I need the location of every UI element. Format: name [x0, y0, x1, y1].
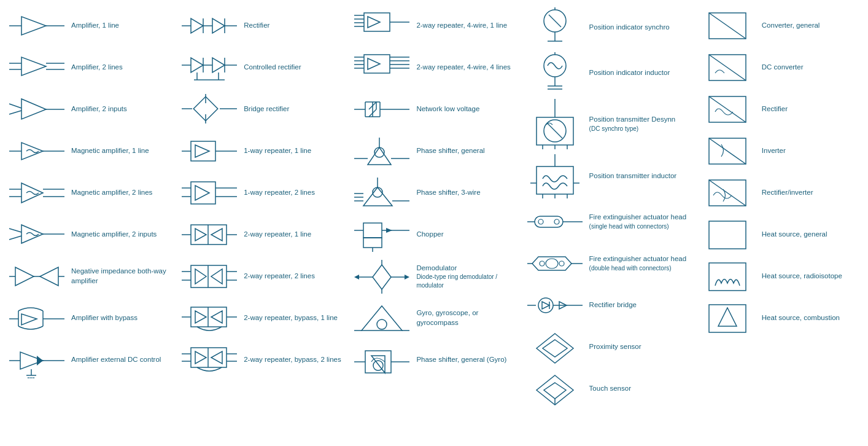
item-postransinductor: Position transmitter inductor: [521, 152, 693, 201]
svg-marker-42: [191, 18, 203, 33]
symbol-magamp2lines: [6, 179, 68, 207]
item-oneway1line: 1-way repeater, 1 line: [175, 130, 347, 172]
label-phase3wire: Phase shifter, 3-wire: [413, 188, 516, 198]
item-inverter: Inverter: [693, 130, 866, 172]
column-2: Rectifier Controlled rectifier: [175, 5, 347, 410]
item-rep4w4l: 2-way repeater, 4-wire, 4 lines: [347, 47, 520, 88]
symbol-twoway2lines: [179, 260, 240, 292]
svg-rect-188: [535, 216, 563, 227]
symbol-rep4w1l: [351, 9, 413, 43]
label-magamp2inputs: Magnetic amplifier, 2 inputs: [68, 230, 171, 240]
svg-marker-1: [21, 17, 46, 35]
svg-marker-25: [15, 267, 34, 286]
symbol-rect5: [697, 93, 758, 125]
symbol-postransdesynn: [524, 99, 586, 149]
label-gyro: Gyro, gyroscope, or gyrocompass: [413, 308, 516, 327]
svg-line-21: [9, 236, 21, 240]
symbol-phasegen: [351, 135, 413, 167]
item-rep4w1l: 2-way repeater, 4-wire, 1 line: [347, 5, 520, 47]
svg-point-155: [377, 319, 387, 329]
symbol-bridgerect: [179, 94, 240, 125]
symbol-amp1: [6, 14, 68, 38]
svg-marker-152: [354, 275, 359, 280]
symbol-ampextdc: [6, 343, 68, 377]
svg-rect-142: [363, 238, 382, 248]
svg-marker-136: [363, 187, 392, 206]
svg-line-175: [548, 123, 562, 138]
item-dcconverter: DC converter: [693, 47, 866, 88]
svg-point-194: [540, 261, 544, 266]
item-demod: Demodulator Diode-type ring demodulator …: [347, 256, 520, 297]
label-touchsensor: Touch sensor: [586, 384, 689, 394]
svg-marker-205: [543, 340, 567, 357]
symbol-rectifier: [179, 14, 240, 38]
svg-rect-64: [191, 141, 215, 161]
svg-marker-83: [195, 269, 206, 284]
symbol-amp2lines: [6, 54, 68, 82]
svg-point-191: [554, 219, 559, 224]
svg-point-196: [546, 259, 558, 268]
symbol-heatsourcecomb: [697, 302, 758, 335]
svg-line-20: [9, 229, 21, 232]
item-amp2lines: Amplifier, 2 lines: [2, 47, 175, 88]
item-touchsensor: Touch sensor: [521, 368, 693, 410]
item-amp1: Amplifier, 1 line: [2, 5, 175, 47]
label-posinductor: Position indicator inductor: [586, 68, 689, 78]
svg-rect-141: [363, 223, 382, 238]
symbol-possynchro: [524, 7, 586, 47]
label-fireexthead2: Fire extinguisher actuator head (double …: [586, 254, 689, 272]
item-amp2inputs: Amplifier, 2 inputs: [2, 88, 175, 130]
svg-line-218: [709, 180, 746, 206]
label-ampbypass: Amplifier with bypass: [68, 313, 171, 323]
svg-marker-129: [368, 147, 391, 165]
svg-line-212: [709, 55, 746, 80]
label-oneway2lines: 1-way repeater, 2 lines: [240, 188, 344, 198]
item-phase3wire: Phase shifter, 3-wire: [347, 172, 520, 214]
symbol-convertergen: [697, 10, 758, 42]
symbol-contrectifier: [179, 53, 240, 82]
svg-marker-70: [195, 186, 209, 200]
svg-line-214: [709, 96, 746, 122]
label-rect5: Rectifier: [758, 104, 862, 114]
label-netlowvolt: Network low voltage: [413, 104, 516, 114]
symbol-twowaybypass1: [179, 302, 240, 334]
item-fireexthead1: Fire extinguisher actuator head (single …: [521, 201, 693, 243]
label-heatsourcecomb: Heat source, combustion: [758, 313, 862, 323]
item-heatsourcegen: Heat source, general: [693, 214, 866, 256]
symbol-heatsourceradio: [697, 260, 758, 294]
svg-marker-40: [37, 356, 43, 366]
svg-marker-145: [386, 228, 392, 233]
symbol-netlowvolt: [351, 93, 413, 125]
label-magamp2lines: Magnetic amplifier, 2 lines: [68, 188, 171, 198]
symbol-ampbypass: [6, 302, 68, 335]
item-possynchro: Position indicator synchro: [521, 5, 693, 50]
symbol-postransinductor: [524, 154, 586, 198]
symbol-rectinverter: [697, 177, 758, 209]
item-rect5: Rectifier: [693, 88, 866, 130]
symbol-dcconverter: [697, 52, 758, 84]
item-postransdesynn: Position transmitter Desynn (DC synchro …: [521, 96, 693, 152]
symbol-rectbridge: [524, 292, 586, 318]
label-chopper: Chopper: [413, 230, 516, 240]
svg-marker-52: [212, 58, 225, 72]
symbol-chopper: [351, 218, 413, 252]
label-twoway1line: 2-way repeater, 1 line: [240, 230, 344, 240]
label-amp2inputs: Amplifier, 2 inputs: [68, 104, 171, 114]
item-negimpedance: Negative impedance both-way amplifier: [2, 256, 175, 297]
svg-marker-32: [21, 314, 37, 325]
item-rectifier: Rectifier: [175, 5, 347, 47]
item-fireexthead2: Fire extinguisher actuator head (double …: [521, 243, 693, 284]
svg-marker-91: [211, 311, 222, 323]
item-posinductor: Position indicator inductor: [521, 50, 693, 96]
svg-point-190: [538, 219, 543, 224]
label-rep4w1l: 2-way repeater, 4-wire, 1 line: [413, 21, 516, 31]
label-ampextdc: Amplifier external DC control: [68, 355, 171, 365]
svg-line-9: [9, 111, 21, 114]
symbol-magamp2inputs: [6, 220, 68, 249]
label-convertergen: Converter, general: [758, 21, 862, 31]
column-1: Amplifier, 1 line Amplifier, 2 lines: [2, 5, 175, 410]
svg-rect-221: [709, 305, 746, 332]
symbol-oneway1line: [179, 136, 240, 166]
label-negimpedance: Negative impedance both-way amplifier: [68, 267, 171, 286]
svg-marker-98: [211, 351, 222, 364]
